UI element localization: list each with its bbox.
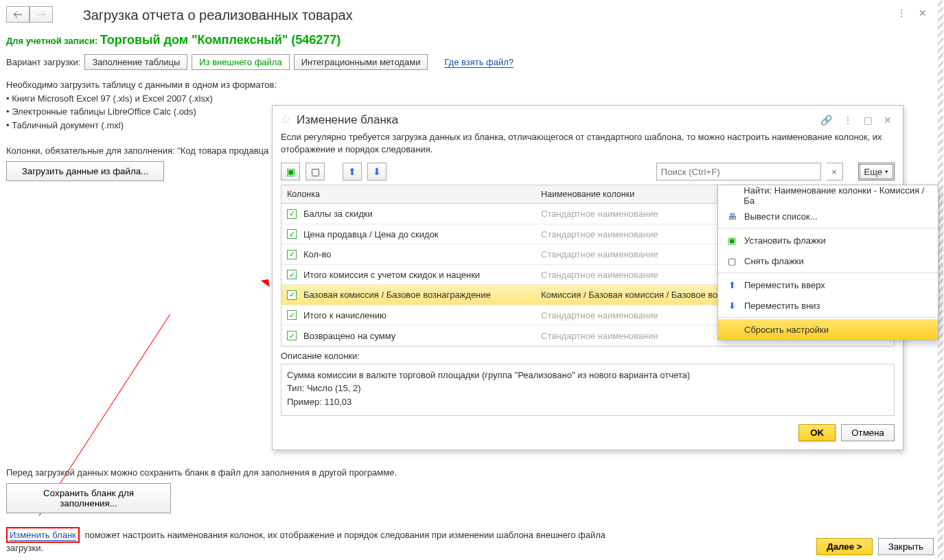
menu-export-list[interactable]: 🖶 Вывести список...: [718, 206, 938, 226]
menu-move-down[interactable]: ⬇ Переместить вниз: [718, 295, 938, 316]
row-checkbox[interactable]: ✓: [287, 331, 297, 340]
move-down-button[interactable]: ⬇: [367, 163, 387, 180]
menu-move-up[interactable]: ⬆ Переместить вверх: [718, 275, 938, 295]
help-link[interactable]: Где взять файл?: [444, 57, 514, 68]
nav-back-button[interactable]: 🡠: [6, 6, 30, 23]
menu-separator: [718, 228, 938, 229]
row-checkbox[interactable]: ✓: [287, 310, 297, 320]
save-template-button[interactable]: Сохранить бланк для заполнения...: [6, 483, 171, 513]
pre-save-text: Перед загрузкой данных можно сохранить б…: [6, 467, 624, 478]
ok-button[interactable]: OK: [798, 424, 836, 441]
account-label: Для учетной записи:: [6, 36, 97, 46]
change-template-hint: поможет настроить наименования колонок, …: [6, 530, 606, 553]
page-title: Загрузка отчета о реализованных товарах: [83, 8, 353, 23]
row-checkbox[interactable]: ✓: [287, 209, 297, 219]
arrow-up-icon: ⬆: [726, 280, 737, 290]
more-button[interactable]: Еще▾: [858, 163, 895, 180]
menu-separator: [718, 317, 938, 318]
move-up-button[interactable]: ⬆: [343, 163, 362, 180]
th-column[interactable]: Колонка: [281, 185, 536, 203]
desc-label: Описание колонки:: [281, 351, 895, 361]
row-checkbox[interactable]: ✓: [287, 250, 297, 259]
menu-check-all[interactable]: ▣ Установить флажки: [718, 230, 938, 250]
info-bullet: • Книги Microsoft Excel 97 (.xls) и Exce…: [6, 92, 938, 106]
star-icon[interactable]: ☆: [281, 113, 291, 127]
row-checkbox[interactable]: ✓: [287, 270, 297, 279]
check-all-icon: ▣: [726, 235, 737, 246]
tab-from-file[interactable]: Из внешнего файла: [192, 54, 289, 70]
search-input[interactable]: [656, 163, 821, 180]
more-dropdown: Найти: Наименование колонки - Комиссия /…: [717, 185, 939, 340]
load-file-button[interactable]: Загрузить данные из файла...: [6, 161, 164, 181]
kebab-icon[interactable]: ⋮: [840, 115, 855, 126]
kebab-icon[interactable]: ⋮: [897, 8, 906, 19]
close-icon[interactable]: ✕: [881, 115, 895, 126]
printer-icon: 🖶: [726, 211, 737, 222]
menu-find[interactable]: Найти: Наименование колонки - Комиссия /…: [718, 185, 938, 206]
info-line: Необходимо загрузить таблицу с данными в…: [6, 78, 938, 92]
menu-separator: [718, 272, 938, 273]
clear-search-button[interactable]: ×: [827, 163, 843, 180]
uncheck-all-icon: ▢: [726, 256, 737, 266]
change-template-highlight: Изменить бланк: [6, 527, 80, 543]
cancel-button[interactable]: Отмена: [841, 424, 895, 441]
link-icon[interactable]: 🔗: [818, 115, 835, 126]
arrow-down-icon: ⬇: [726, 301, 737, 311]
close-icon[interactable]: ✕: [919, 8, 927, 19]
menu-reset-settings[interactable]: Сбросить настройки: [718, 319, 938, 340]
change-template-link[interactable]: Изменить бланк: [10, 530, 76, 541]
account-value: Торговый дом "Комплексный" (546277): [100, 33, 341, 47]
next-button[interactable]: Далее >: [816, 538, 873, 555]
desc-area: Сумма комиссии в валюте торговой площадк…: [281, 364, 895, 416]
check-all-button[interactable]: ▣: [281, 163, 300, 180]
tab-fill-table[interactable]: Заполнение таблицы: [84, 54, 187, 70]
variant-label: Вариант загрузки:: [6, 57, 80, 67]
row-checkbox[interactable]: ✓: [287, 229, 297, 239]
maximize-icon[interactable]: ▢: [861, 115, 875, 126]
dialog-title: Изменение бланка: [297, 113, 812, 127]
uncheck-all-button[interactable]: ▢: [306, 163, 325, 180]
row-checkbox[interactable]: ✓: [287, 290, 297, 300]
dialog-hint: Если регулярно требуется загрузка данных…: [281, 131, 895, 156]
nav-forward-button[interactable]: 🡢: [30, 6, 53, 23]
tab-integration[interactable]: Интеграционными методами: [294, 54, 428, 70]
close-button[interactable]: Закрыть: [878, 538, 934, 555]
menu-uncheck-all[interactable]: ▢ Снять флажки: [718, 250, 938, 271]
